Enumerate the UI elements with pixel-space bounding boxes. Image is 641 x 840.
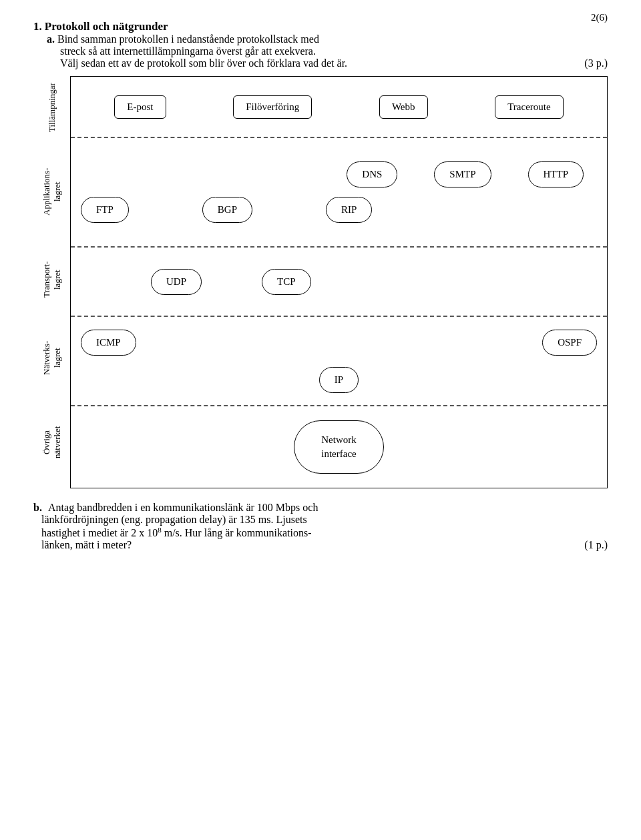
http-box: HTTP bbox=[528, 161, 584, 187]
question-a-line1: Bind samman protokollen i nedanstående p… bbox=[57, 33, 319, 45]
app-row-top: DNS SMTP HTTP bbox=[81, 161, 597, 187]
label-ovriga: Övriga nätverket bbox=[33, 402, 70, 483]
ftp-box: FTP bbox=[81, 197, 129, 223]
tillaempning-layer: E-post Filöverföring Webb Traceroute bbox=[71, 77, 607, 137]
smtp-box: SMTP bbox=[434, 161, 491, 187]
full-diagram: Tillämpningar Applikations- lagret Trans… bbox=[33, 76, 608, 488]
question-b-text: Antag bandbredden i en kommunikationslän… bbox=[33, 502, 318, 550]
label-applikation: Applikations- lagret bbox=[33, 137, 70, 246]
rip-box: RIP bbox=[326, 197, 372, 223]
section-number: 1. bbox=[33, 20, 42, 33]
stack-box: E-post Filöverföring Webb Traceroute DNS… bbox=[70, 76, 608, 488]
dns-box: DNS bbox=[347, 161, 397, 187]
tcp-box: TCP bbox=[262, 269, 311, 295]
label-transport: Transport- lagret bbox=[33, 246, 70, 314]
bgp-box: BGP bbox=[202, 197, 252, 223]
ovriga-layer: Networkinterface bbox=[71, 406, 607, 488]
icmp-box: ICMP bbox=[81, 330, 136, 356]
natverk-layer: ICMP OSPF IP bbox=[71, 317, 607, 405]
network-interface-box: Networkinterface bbox=[294, 420, 384, 474]
label-natverk: Nätverks- lagret bbox=[33, 314, 70, 402]
ip-box: IP bbox=[319, 367, 359, 393]
section-header: 1. Protokoll och nätgrunder bbox=[33, 20, 608, 33]
epost-box: E-post bbox=[114, 95, 166, 119]
section-title: Protokoll och nätgrunder bbox=[45, 20, 168, 33]
left-labels: Tillämpningar Applikations- lagret Trans… bbox=[33, 76, 70, 488]
question-b-points: (1 p.) bbox=[584, 539, 608, 551]
transport-layer: UDP TCP bbox=[71, 248, 607, 316]
question-b: b. Antag bandbredden i en kommunikations… bbox=[33, 502, 608, 551]
webb-box: Webb bbox=[379, 95, 428, 119]
question-a-line3: Välj sedan ett av de protokoll som blir … bbox=[60, 57, 347, 69]
question-a-indent: streck så att internettillämpningarna öv… bbox=[60, 45, 316, 57]
question-a-label: a. bbox=[47, 33, 55, 45]
label-tillaempning: Tillämpningar bbox=[33, 77, 70, 137]
app-row-bottom: FTP BGP RIP bbox=[81, 197, 597, 223]
applikation-layer: DNS SMTP HTTP FTP BGP RIP bbox=[71, 138, 607, 246]
page-number: 2(6) bbox=[591, 12, 608, 23]
natverk-row-bottom: IP bbox=[81, 367, 597, 393]
ospf-box: OSPF bbox=[542, 330, 597, 356]
traceroute-box: Traceroute bbox=[495, 95, 563, 119]
question-a: a. Bind samman protokollen i nedanståend… bbox=[47, 33, 608, 69]
udp-box: UDP bbox=[151, 269, 202, 295]
question-a-points: (3 p.) bbox=[584, 57, 608, 69]
question-b-label: b. bbox=[33, 502, 42, 513]
natverk-row-top: ICMP OSPF bbox=[81, 330, 597, 356]
filoverforing-box: Filöverföring bbox=[233, 95, 312, 119]
